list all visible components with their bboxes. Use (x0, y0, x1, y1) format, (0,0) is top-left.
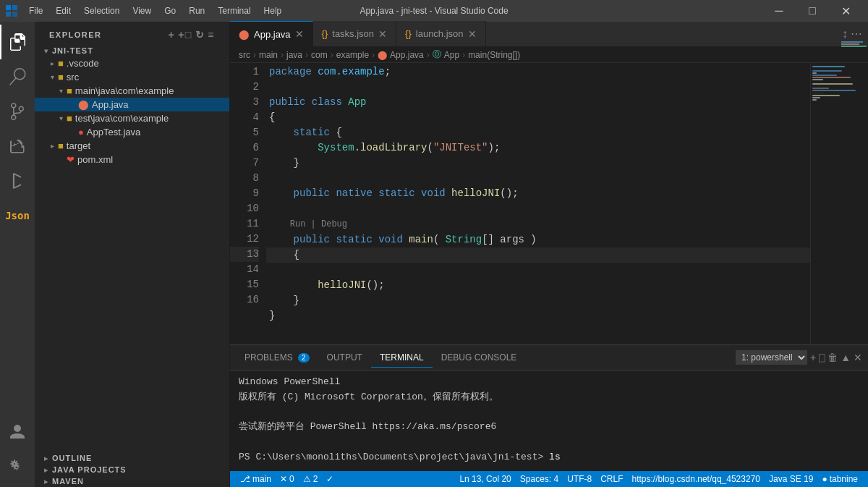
menu-help[interactable]: Help (258, 4, 288, 17)
new-file-icon[interactable]: + (169, 29, 176, 41)
panel-maximize-icon[interactable]: ▲ (841, 352, 851, 363)
main-arrow: ▾ (55, 87, 67, 95)
apptest-label: AppTest.java (87, 127, 140, 137)
window-title: App.java - jni-test - Visual Studio Code (359, 6, 508, 16)
breadcrumb-main[interactable]: main (259, 50, 278, 60)
terminal-content[interactable]: Windows PowerShell 版权所有 (C) Microsoft Co… (230, 370, 868, 471)
code-content[interactable]: package com.example; public class App { … (266, 63, 810, 344)
java-projects-section[interactable]: ▸ JAVA PROJECTS (35, 464, 229, 475)
refresh-icon[interactable]: ↻ (195, 29, 205, 41)
git-status[interactable]: ⎇ main (236, 471, 276, 487)
tree-vscode-folder[interactable]: ▸ ■ .vscode (35, 56, 229, 70)
spaces-status[interactable]: Spaces: 4 (516, 471, 563, 487)
cursor-position[interactable]: Ln 13, Col 20 (455, 471, 515, 487)
tree-test-folder[interactable]: ▾ ■ test\java\com\example (35, 111, 229, 125)
tree-project-root[interactable]: ▾ JNI-TEST (35, 45, 229, 56)
problems-tab[interactable]: PROBLEMS 2 (236, 348, 318, 367)
warnings-status[interactable]: ⚠ 2 (299, 471, 323, 487)
extensions-icon[interactable] (0, 129, 35, 164)
tab-app-java[interactable]: ⬤ App.java ✕ (230, 21, 313, 46)
explorer-icon[interactable] (0, 25, 35, 59)
tab-launch-json[interactable]: {} launch.json ✕ (396, 21, 485, 46)
tab-tasks-close[interactable]: ✕ (378, 28, 387, 40)
close-button[interactable]: ✕ (829, 0, 862, 22)
git-branch: main (252, 474, 271, 484)
breadcrumb-class[interactable]: App (444, 50, 459, 60)
breadcrumb-example[interactable]: example (336, 50, 369, 60)
breadcrumb-java[interactable]: java (286, 50, 302, 60)
tab-tasks-json[interactable]: {} tasks.json ✕ (313, 21, 397, 46)
minimize-button[interactable]: ─ (762, 0, 796, 22)
maven-arrow: ▸ (41, 478, 52, 486)
errors-status[interactable]: ✕ 0 (276, 471, 299, 487)
tree-main-folder[interactable]: ▾ ■ main\java\com\example (35, 84, 229, 98)
menu-go[interactable]: Go (158, 4, 182, 17)
menu-view[interactable]: View (127, 4, 157, 17)
tree-target-folder[interactable]: ▸ ■ target (35, 139, 229, 153)
blog-link[interactable]: https://blog.csdn.net/qq_4523270 (628, 471, 765, 487)
new-terminal-icon[interactable]: + (810, 352, 816, 363)
settings-icon[interactable] (0, 449, 35, 484)
panel-close-icon[interactable]: ✕ (854, 352, 862, 363)
error-icon: ✕ (280, 474, 287, 484)
main-folder-label: main\java\com\example (75, 85, 174, 96)
explorer-title: Explorer (49, 30, 102, 39)
split-editor-icon[interactable]: ↕ (842, 27, 848, 41)
breadcrumb-appjava[interactable]: App.java (390, 50, 424, 60)
minimap-content (811, 63, 868, 104)
java-version[interactable]: Java SE 19 (765, 471, 817, 487)
maven-section[interactable]: ▸ MAVEN (35, 475, 229, 487)
tree-pom-xml[interactable]: ❤ pom.xml (35, 153, 229, 166)
run-icon[interactable] (0, 164, 35, 198)
kill-terminal-icon[interactable]: 🗑 (827, 352, 838, 363)
terminal-tab[interactable]: TERMINAL (371, 348, 433, 368)
tabnine-status[interactable]: ● tabnine (817, 471, 862, 487)
json-badge-icon[interactable]: Json (0, 198, 35, 233)
debug-console-tab[interactable]: DEBUG CONSOLE (433, 348, 526, 367)
outline-arrow: ▸ (41, 454, 52, 462)
target-folder-icon: ■ (58, 140, 64, 151)
tab-app-java-close[interactable]: ✕ (295, 28, 304, 40)
tab-launch-close[interactable]: ✕ (468, 28, 477, 40)
bottom-activity-icons (0, 415, 35, 484)
tree-apptest-java[interactable]: ● AppTest.java (35, 125, 229, 139)
breadcrumb-src[interactable]: src (239, 50, 250, 60)
menu-selection[interactable]: Selection (78, 4, 125, 17)
collapse-icon[interactable]: ≡ (208, 29, 215, 41)
warning-icon: ⚠ (303, 474, 311, 484)
json-label: Json (5, 210, 30, 221)
window-controls: ─ □ ✕ (762, 0, 862, 22)
code-editor[interactable]: 12345 678910 1112 13 141516 package com.… (230, 63, 810, 344)
more-actions-icon[interactable]: ⋯ (851, 27, 862, 41)
tree-app-java[interactable]: ⬤ App.java (35, 98, 229, 111)
output-label: OUTPUT (327, 352, 362, 363)
outline-section[interactable]: ▸ OUTLINE (35, 452, 229, 464)
src-arrow: ▾ (46, 73, 58, 81)
tab-launch-label: launch.json (416, 28, 464, 39)
menu-terminal[interactable]: Terminal (212, 4, 256, 17)
root-arrow: ▾ (41, 47, 52, 55)
sep7: › (462, 50, 465, 60)
maximize-button[interactable]: □ (796, 0, 829, 22)
split-terminal-icon[interactable]: ⎕ (819, 352, 825, 363)
code-area: 12345 678910 1112 13 141516 package com.… (230, 63, 868, 344)
account-icon[interactable] (0, 415, 35, 449)
encoding-status[interactable]: UTF-8 (563, 471, 596, 487)
menu-edit[interactable]: Edit (50, 4, 77, 17)
breadcrumb-method[interactable]: main(String[]) (468, 50, 520, 60)
check-status[interactable]: ✓ (322, 471, 338, 487)
tab-launch-icon: {} (405, 28, 412, 39)
terminal-selector[interactable]: 1: powershell (736, 350, 807, 365)
java-version-text: Java SE 19 (769, 474, 813, 484)
eol-status[interactable]: CRLF (596, 471, 627, 487)
tree-src-folder[interactable]: ▾ ■ src (35, 70, 229, 84)
output-tab[interactable]: OUTPUT (318, 348, 371, 367)
panel-tabs: PROBLEMS 2 OUTPUT TERMINAL DEBUG CONSOLE… (230, 345, 868, 370)
breadcrumb-com[interactable]: com (311, 50, 328, 60)
new-folder-icon[interactable]: +□ (178, 29, 192, 41)
search-activity-icon[interactable] (0, 59, 35, 94)
menu-file[interactable]: File (23, 4, 48, 17)
menu-run[interactable]: Run (183, 4, 210, 17)
source-control-icon[interactable] (0, 94, 35, 129)
test-folder-icon: ■ (67, 113, 72, 124)
